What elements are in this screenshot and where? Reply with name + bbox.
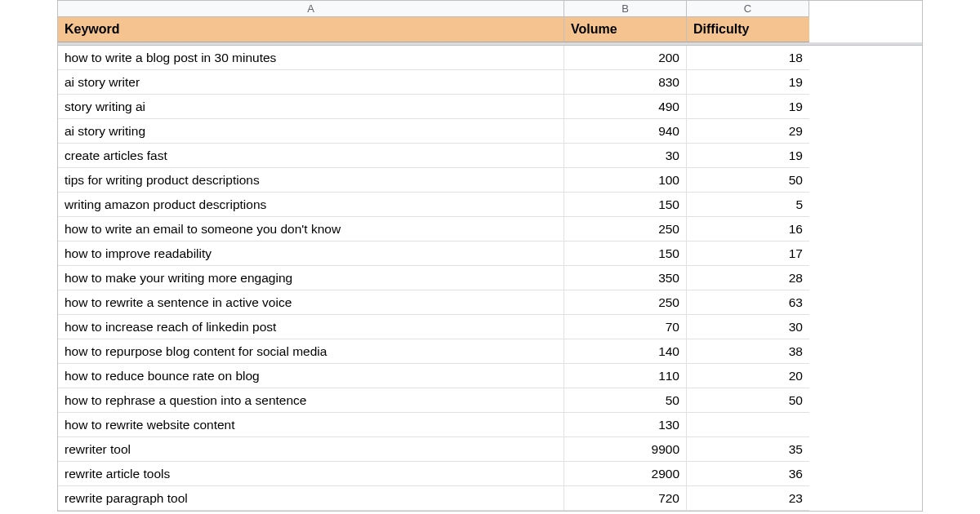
cell-keyword[interactable]: story writing ai [58,95,564,119]
cell-keyword[interactable]: rewriter tool [58,437,564,462]
cell-keyword[interactable]: how to improve readability [58,241,564,266]
cell-volume[interactable]: 150 [564,241,687,266]
cell-keyword[interactable]: ai story writing [58,119,564,144]
table-row: how to rewrite a sentence in active voic… [58,290,922,315]
cell-keyword[interactable]: how to write a blog post in 30 minutes [58,46,564,70]
column-header-a[interactable]: A [58,1,564,17]
header-volume[interactable]: Volume [564,17,687,42]
cell-volume[interactable]: 9900 [564,437,687,462]
cell-keyword[interactable]: rewrite paragraph tool [58,486,564,511]
cell-keyword[interactable]: how to increase reach of linkedin post [58,315,564,339]
cell-difficulty[interactable]: 18 [687,46,809,70]
cell-volume[interactable]: 100 [564,168,687,193]
spreadsheet: A B C Keyword Volume Difficulty how to w… [57,0,923,512]
cell-volume[interactable]: 250 [564,217,687,241]
table-row: create articles fast3019 [58,144,922,168]
cell-volume[interactable]: 830 [564,70,687,95]
cell-volume[interactable]: 2900 [564,462,687,486]
cell-keyword[interactable]: writing amazon product descriptions [58,193,564,217]
table-row: ai story writing94029 [58,119,922,144]
cell-volume[interactable]: 140 [564,339,687,364]
cell-keyword[interactable]: tips for writing product descriptions [58,168,564,193]
cell-keyword[interactable]: how to repurpose blog content for social… [58,339,564,364]
cell-difficulty[interactable]: 19 [687,144,809,168]
table-row: writing amazon product descriptions1505 [58,193,922,217]
table-row: how to increase reach of linkedin post70… [58,315,922,339]
cell-volume[interactable]: 350 [564,266,687,290]
cell-difficulty[interactable]: 35 [687,437,809,462]
cell-difficulty[interactable]: 19 [687,70,809,95]
cell-keyword[interactable]: rewrite article tools [58,462,564,486]
cell-volume[interactable]: 150 [564,193,687,217]
header-keyword[interactable]: Keyword [58,17,564,42]
cell-volume[interactable]: 720 [564,486,687,511]
cell-difficulty[interactable]: 20 [687,364,809,388]
header-difficulty[interactable]: Difficulty [687,17,809,42]
cell-keyword[interactable]: ai story writer [58,70,564,95]
header-row: Keyword Volume Difficulty [58,17,922,42]
cell-difficulty[interactable]: 30 [687,315,809,339]
cell-difficulty[interactable]: 50 [687,388,809,413]
column-header-c[interactable]: C [687,1,809,17]
table-row: how to reduce bounce rate on blog11020 [58,364,922,388]
table-row: rewrite paragraph tool72023 [58,486,922,511]
cell-volume[interactable]: 110 [564,364,687,388]
cell-keyword[interactable]: how to rephrase a question into a senten… [58,388,564,413]
cell-keyword[interactable]: create articles fast [58,144,564,168]
cell-volume[interactable]: 130 [564,413,687,437]
cell-difficulty[interactable]: 19 [687,95,809,119]
cell-difficulty[interactable]: 29 [687,119,809,144]
cell-difficulty[interactable]: 17 [687,241,809,266]
cell-keyword[interactable]: how to rewrite a sentence in active voic… [58,290,564,315]
cell-keyword[interactable]: how to write an email to someone you don… [58,217,564,241]
table-row: how to write an email to someone you don… [58,217,922,241]
data-rows: how to write a blog post in 30 minutes20… [58,46,922,511]
table-row: how to rephrase a question into a senten… [58,388,922,413]
cell-difficulty[interactable]: 36 [687,462,809,486]
cell-difficulty[interactable]: 38 [687,339,809,364]
column-header-b[interactable]: B [564,1,687,17]
table-row: ai story writer83019 [58,70,922,95]
column-headers: A B C [58,1,809,17]
table-row: how to improve readability15017 [58,241,922,266]
table-row: how to rewrite website content130 [58,413,922,437]
cell-keyword[interactable]: how to reduce bounce rate on blog [58,364,564,388]
table-row: rewriter tool990035 [58,437,922,462]
cell-difficulty[interactable]: 63 [687,290,809,315]
cell-volume[interactable]: 940 [564,119,687,144]
cell-volume[interactable]: 30 [564,144,687,168]
cell-difficulty[interactable]: 23 [687,486,809,511]
cell-difficulty[interactable] [687,413,809,437]
table-row: tips for writing product descriptions100… [58,168,922,193]
table-row: how to repurpose blog content for social… [58,339,922,364]
cell-volume[interactable]: 200 [564,46,687,70]
cell-keyword[interactable]: how to rewrite website content [58,413,564,437]
cell-volume[interactable]: 70 [564,315,687,339]
table-row: rewrite article tools290036 [58,462,922,486]
cell-difficulty[interactable]: 28 [687,266,809,290]
table-row: story writing ai49019 [58,95,922,119]
cell-difficulty[interactable]: 16 [687,217,809,241]
cell-difficulty[interactable]: 5 [687,193,809,217]
table-row: how to make your writing more engaging35… [58,266,922,290]
cell-volume[interactable]: 250 [564,290,687,315]
cell-volume[interactable]: 50 [564,388,687,413]
cell-keyword[interactable]: how to make your writing more engaging [58,266,564,290]
cell-volume[interactable]: 490 [564,95,687,119]
cell-difficulty[interactable]: 50 [687,168,809,193]
table-row: how to write a blog post in 30 minutes20… [58,46,922,70]
